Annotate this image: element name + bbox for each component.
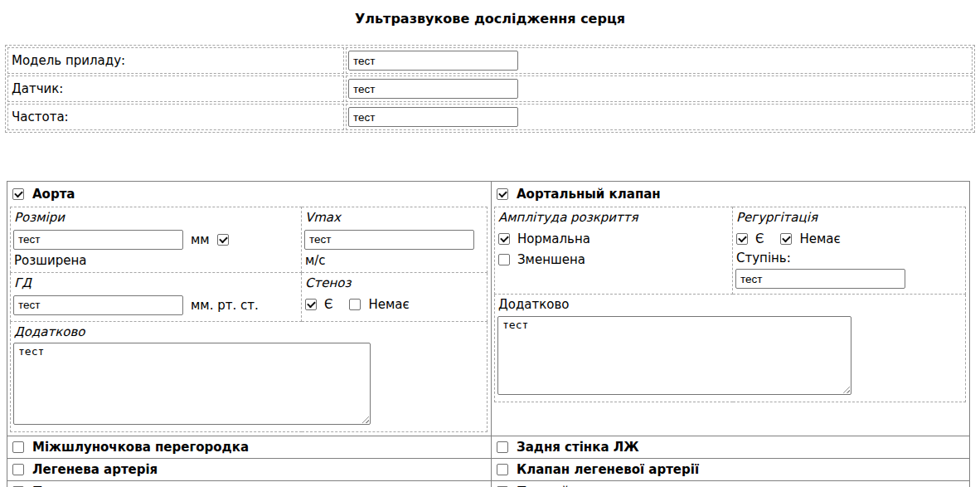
vmax-label: Vmax <box>304 209 485 227</box>
degree-label: Ступінь: <box>735 250 963 268</box>
aortic-valve-header: Аортальный клапан <box>492 182 969 205</box>
vmax-input[interactable] <box>304 230 474 250</box>
amplitude-normal-label: Нормальна <box>517 231 590 246</box>
frequency-input[interactable] <box>348 107 518 127</box>
aorta-header: Аорта <box>7 182 491 205</box>
size-label: Розміри <box>13 209 299 227</box>
section-pulmonary-artery: Легенева артерія <box>7 459 492 481</box>
gd-input[interactable] <box>13 295 183 315</box>
amplitude-cell: Амплітуда розкриття Нормальна Зменшена <box>495 207 733 295</box>
sensor-input[interactable] <box>348 79 518 99</box>
pulmonary-artery-checkbox[interactable] <box>12 464 24 475</box>
regurgitation-no-checkbox[interactable] <box>780 233 792 245</box>
regurgitation-cell: Регургітація Є Немає Ступінь: <box>733 207 966 295</box>
section-pulmonary-valve: Клапан легеневої артерії <box>492 459 970 481</box>
aortic-valve-notes-label: Додатково <box>497 296 963 314</box>
amplitude-reduced-checkbox[interactable] <box>498 254 510 265</box>
device-model-label: Модель приладу: <box>7 47 344 74</box>
stenosis-no-label: Немає <box>368 297 409 312</box>
gd-label: ГД <box>13 275 299 293</box>
gd-unit-label: мм. рт. ст. <box>191 298 259 313</box>
frequency-label: Частота: <box>7 104 344 130</box>
sections-table: Аорта Розміри мм <box>7 181 970 487</box>
stenosis-yes-checkbox[interactable] <box>305 299 317 310</box>
aorta-checkbox[interactable] <box>12 188 24 200</box>
section-interventricular-septum: Міжшлуночкова перегородка <box>7 436 492 459</box>
lv-posterior-wall-title: Задня стінка ЛЖ <box>517 440 639 455</box>
aorta-notes-textarea[interactable]: тест <box>13 343 371 425</box>
aorta-notes-label: Додатково <box>13 324 485 342</box>
sensor-row: Датчик: <box>7 75 973 102</box>
stenosis-yes-label: Є <box>324 297 332 312</box>
dilated-label: Розширена <box>13 251 299 270</box>
size-unit-label: мм <box>191 232 210 247</box>
amplitude-label: Амплітуда розкриття <box>497 209 730 227</box>
size-unit-checkbox[interactable] <box>217 234 229 246</box>
pulmonary-valve-checkbox[interactable] <box>497 464 508 475</box>
aortic-valve-title: Аортальный клапан <box>517 187 661 202</box>
degree-input[interactable] <box>735 269 905 289</box>
section-aortic-valve: Аортальный клапан Амплітуда розкриття <box>492 182 970 436</box>
regurgitation-label: Регургітація <box>735 209 963 227</box>
amplitude-normal-checkbox[interactable] <box>498 233 510 245</box>
section-right-atrium: Праве передсердя <box>7 481 492 487</box>
lv-posterior-wall-checkbox[interactable] <box>497 441 508 453</box>
aortic-valve-checkbox[interactable] <box>497 188 508 200</box>
device-info-table: Модель приладу: Датчик: Частота: <box>5 45 975 133</box>
regurgitation-yes-checkbox[interactable] <box>736 233 748 245</box>
page-title: Ультразвукове дослідження серця <box>0 11 980 27</box>
regurgitation-no-label: Немає <box>799 231 840 246</box>
aorta-title: Аорта <box>32 187 75 202</box>
section-lv-posterior-wall: Задня стінка ЛЖ <box>492 436 970 459</box>
device-model-input[interactable] <box>348 51 518 71</box>
size-input[interactable] <box>13 230 183 250</box>
interventricular-septum-checkbox[interactable] <box>12 441 24 453</box>
aorta-subtable: Розміри мм Розширена Vmax <box>10 207 488 432</box>
stenosis-label: Стеноз <box>304 275 485 293</box>
stenosis-no-checkbox[interactable] <box>349 299 361 310</box>
aorta-vmax-cell: Vmax м/с <box>302 207 488 273</box>
regurgitation-yes-label: Є <box>755 231 764 246</box>
aorta-gd-cell: ГД мм. рт. ст. <box>11 273 302 322</box>
pulmonary-artery-title: Легенева артерія <box>32 462 158 477</box>
pulmonary-valve-title: Клапан легеневої артерії <box>517 462 699 477</box>
aortic-valve-notes-textarea[interactable]: тест <box>497 316 851 395</box>
section-aorta: Аорта Розміри мм <box>7 182 492 436</box>
aorta-size-cell: Розміри мм Розширена <box>11 207 302 273</box>
aortic-valve-notes-cell: Додатково тест <box>495 295 966 402</box>
amplitude-reduced-label: Зменшена <box>517 252 585 267</box>
aorta-stenosis-cell: Стеноз Є Немає <box>302 273 488 322</box>
aorta-notes-cell: Додатково тест <box>11 321 488 432</box>
sensor-label: Датчик: <box>7 75 344 102</box>
vmax-unit-label: м/с <box>304 251 485 270</box>
section-right-ventricle: Правий шлуночок <box>492 481 970 487</box>
aortic-valve-subtable: Амплітуда розкриття Нормальна Зменшена <box>494 207 966 402</box>
frequency-row: Частота: <box>7 104 973 130</box>
interventricular-septum-title: Міжшлуночкова перегородка <box>32 440 249 455</box>
device-model-row: Модель приладу: <box>7 47 973 74</box>
